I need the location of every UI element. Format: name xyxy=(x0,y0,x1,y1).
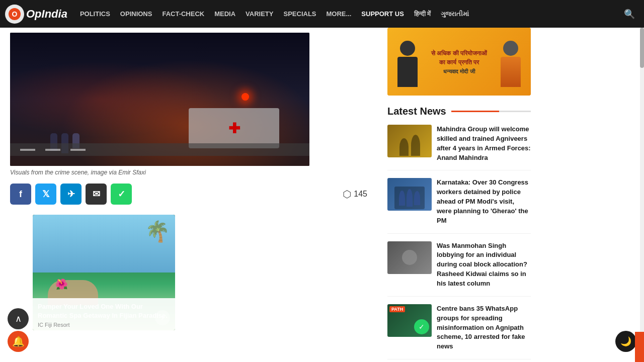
ad-section: ✕ 🌴 🌺 Pamper Your Loved One With Our Rom… xyxy=(10,215,372,330)
site-logo[interactable]: O OpIndia xyxy=(5,5,67,24)
logo-text: OpIndia xyxy=(26,8,67,21)
sidebar: ✕ से अधिक की परियोजनाओंका कार्य प्रगति प… xyxy=(382,28,536,362)
share-count-number: 145 xyxy=(354,190,367,199)
red-light xyxy=(242,93,249,101)
nav-specials[interactable]: SPECIALS xyxy=(278,10,321,18)
main-content: ✚ Visuals from the crime scene, image vi… xyxy=(0,28,382,362)
ground xyxy=(10,143,309,156)
nav-variety[interactable]: VARIETY xyxy=(240,10,278,18)
navbar: O OpIndia POLITICS OPINIONS FACT-CHECK M… xyxy=(0,0,644,28)
ad-source: IC Fiji Resort xyxy=(38,322,170,328)
news-content-4: Centre bans 35 WhatsApp groups for sprea… xyxy=(437,304,531,351)
news-content-3: Was Manmohan Singh lobbying for an indiv… xyxy=(437,241,531,289)
news-title-3[interactable]: Was Manmohan Singh lobbying for an indiv… xyxy=(437,241,531,289)
nav-support[interactable]: SUPPORT US xyxy=(356,10,409,18)
twitter-icon: 𝕏 xyxy=(42,189,50,200)
search-icon[interactable]: 🔍 xyxy=(620,9,639,20)
scrollbar-thumb[interactable] xyxy=(640,28,644,68)
ad-text-overlay: Pamper Your Loved One With Our Romantic … xyxy=(33,298,175,330)
news-item-2: Karnataka: Over 30 Congress workers deta… xyxy=(387,178,531,233)
news-content-1: Mahindra Group will welcome skilled and … xyxy=(437,125,531,162)
ad-title: Pamper Your Loved One With Our Romantic … xyxy=(38,302,170,320)
facebook-share-button[interactable]: f xyxy=(10,184,31,205)
whatsapp-share-button[interactable]: ✓ xyxy=(111,184,132,205)
latest-news-header: Latest News xyxy=(387,106,531,117)
svg-text:O: O xyxy=(12,10,18,18)
news-title-2[interactable]: Karnataka: Over 30 Congress workers deta… xyxy=(437,178,531,225)
orange-scroll-bar xyxy=(635,332,644,362)
news-thumb-figures-1 xyxy=(387,135,432,158)
sidebar-banner-ad: ✕ से अधिक की परियोजनाओंका कार्य प्रगति प… xyxy=(387,28,531,96)
scroll-to-top-button[interactable]: ∧ xyxy=(8,308,29,329)
whatsapp-icon: ✓ xyxy=(118,189,125,200)
nav-hindi[interactable]: हिन्दी में xyxy=(409,10,436,18)
article-image: ✚ xyxy=(10,33,309,166)
image-caption: Visuals from the crime scene, image via … xyxy=(10,169,372,176)
news-title-1[interactable]: Mahindra Group will welcome skilled and … xyxy=(437,125,531,162)
share-count: ⬡ 145 xyxy=(343,188,367,200)
ad-block: ✕ 🌴 🌺 Pamper Your Loved One With Our Rom… xyxy=(33,215,175,330)
telegram-icon: ✈ xyxy=(67,189,75,200)
news-thumb-1 xyxy=(387,125,432,157)
nav-factcheck[interactable]: FACT-CHECK xyxy=(157,10,209,18)
news-item-1: Mahindra Group will welcome skilled and … xyxy=(387,125,531,170)
article-image-wrapper: ✚ Visuals from the crime scene, image vi… xyxy=(10,33,372,176)
news-thumb-figures-2 xyxy=(387,188,432,211)
nav-more[interactable]: MORE... xyxy=(321,10,357,18)
nav-politics[interactable]: POLITICS xyxy=(75,10,115,18)
news-item-4: PATH ✓ Centre bans 35 WhatsApp groups fo… xyxy=(387,304,531,359)
scrollbar-track xyxy=(640,28,644,362)
twitter-share-button[interactable]: 𝕏 xyxy=(35,184,56,205)
latest-news-divider xyxy=(451,111,531,112)
page-wrapper: ✚ Visuals from the crime scene, image vi… xyxy=(0,28,644,362)
news-thumb-2 xyxy=(387,178,432,211)
news-thumb-4: PATH ✓ xyxy=(387,304,432,337)
social-share-bar: f 𝕏 ✈ ✉ ✓ ⬡ 145 xyxy=(10,184,372,205)
news-item-3: Was Manmohan Singh lobbying for an indiv… xyxy=(387,241,531,297)
share-icon: ⬡ xyxy=(343,188,351,200)
path-label: PATH xyxy=(389,306,405,312)
logo-icon: O xyxy=(5,5,24,24)
bell-icon: 🔔 xyxy=(12,335,25,347)
news-content-2: Karnataka: Over 30 Congress workers deta… xyxy=(437,178,531,225)
email-share-button[interactable]: ✉ xyxy=(86,184,107,205)
email-icon: ✉ xyxy=(93,189,100,200)
nav-media[interactable]: MEDIA xyxy=(209,10,240,18)
banner-inner: से अधिक की परियोजनाओंका कार्य प्रगति पर … xyxy=(387,28,531,96)
ambulance-shape: ✚ xyxy=(189,108,279,148)
facebook-icon: f xyxy=(19,189,22,200)
chevron-up-icon: ∧ xyxy=(15,313,22,324)
news-title-4[interactable]: Centre bans 35 WhatsApp groups for sprea… xyxy=(437,304,531,351)
latest-news-title: Latest News xyxy=(387,106,446,117)
dark-mode-toggle[interactable]: 🌙 xyxy=(615,331,636,352)
whatsapp-thumb-icon: ✓ xyxy=(414,319,429,334)
news-thumb-3 xyxy=(387,241,432,274)
nav-opinions[interactable]: OPINIONS xyxy=(115,10,157,18)
ad-wrapper: ✕ 🌴 🌺 Pamper Your Loved One With Our Rom… xyxy=(23,215,175,330)
nav-gujarati[interactable]: ગુજરાતીમાં xyxy=(436,10,474,18)
telegram-share-button[interactable]: ✈ xyxy=(60,184,82,205)
notification-bell[interactable]: 🔔 xyxy=(8,331,29,352)
moon-icon: 🌙 xyxy=(620,336,631,347)
